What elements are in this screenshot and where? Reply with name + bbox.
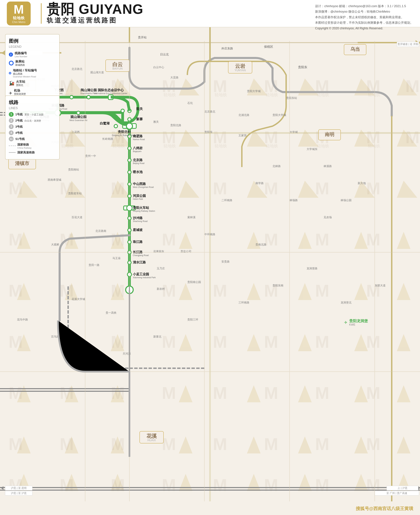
svg-text:M: M — [405, 128, 420, 147]
svg-text:贵阳东: 贵阳东 — [298, 65, 307, 69]
svg-text:林场路: 林场路 — [289, 199, 298, 202]
svg-text:小孟工业园: 小孟工业园 — [133, 272, 149, 276]
svg-text:百花大道: 百花大道 — [72, 216, 82, 219]
lines-title-en: LINES — [9, 106, 56, 110]
line-3-item: 3 3号线 — [9, 124, 56, 129]
svg-text:M: M — [162, 281, 176, 300]
svg-text:沙冲路: 沙冲路 — [133, 216, 143, 220]
svg-text:外庄东路: 外庄东路 — [221, 47, 233, 50]
svg-text:白鹭湖: 白鹭湖 — [100, 122, 110, 125]
line-s1-item: S1 S1号线 — [9, 137, 56, 141]
page-title: 贵阳 GUIYANG — [47, 2, 143, 16]
svg-text:贵阳大学城: 贵阳大学城 — [247, 90, 261, 92]
svg-marker-51 — [298, 232, 312, 249]
svg-text:北京路北: 北京路北 — [204, 110, 215, 113]
svg-marker-82 — [247, 436, 261, 454]
svg-text:HUAXI: HUAXI — [148, 439, 156, 442]
svg-text:沪昆 | 至 沪昆: 沪昆 | 至 沪昆 — [11, 492, 26, 495]
svg-text:贵阳南站: 贵阳南站 — [68, 168, 79, 171]
national-rail-item: 国家铁路 China Railway — [9, 143, 56, 149]
svg-text:M: M — [405, 77, 420, 96]
svg-text:Bageyam: Bageyam — [133, 150, 142, 153]
lines-title: 线路 — [9, 99, 56, 106]
svg-text:轻地铁: 轻地铁 — [265, 92, 278, 97]
legend-box: 图例 LEGEND 2 线路编号 Line Number 换乘站 林城西路 地铁… — [5, 34, 60, 103]
svg-text:花马中路: 花马中路 — [17, 318, 28, 321]
svg-text:M: M — [8, 383, 23, 402]
svg-point-198 — [121, 109, 124, 113]
svg-text:南明: 南明 — [325, 132, 334, 137]
svg-text:星城坡: 星城坡 — [133, 228, 143, 232]
svg-marker-74 — [247, 385, 261, 402]
svg-text:王家营: 王家营 — [239, 134, 247, 137]
page-subtitle: 轨道交通运营线路图 — [47, 16, 143, 25]
svg-text:贵开辅道 | 近 开阳: 贵开辅道 | 近 开阳 — [398, 43, 418, 46]
svg-text:轻地铁: 轻地铁 — [214, 92, 227, 97]
svg-text:贵阳北路: 贵阳北路 — [170, 124, 181, 127]
svg-text:贵阳东站: 贵阳东站 — [286, 97, 297, 99]
svg-text:珠江路: 珠江路 — [133, 240, 143, 244]
svg-text:观山湖大道: 观山湖大道 — [90, 71, 104, 74]
svg-text:上 | 沪昆: 上 | 沪昆 — [398, 486, 407, 489]
svg-text:M: M — [315, 332, 329, 351]
svg-text:M: M — [8, 281, 23, 300]
svg-text:M: M — [213, 383, 227, 402]
svg-text:白云: 白云 — [112, 61, 123, 67]
svg-text:贵开站: 贵开站 — [138, 36, 147, 39]
svg-text:贵田一路: 贵田一路 — [89, 263, 99, 266]
national-hsr-item: 国家高速铁路 — [9, 151, 56, 154]
svg-marker-293 — [1, 486, 3, 490]
svg-text:M: M — [264, 230, 278, 249]
svg-marker-81 — [179, 436, 192, 454]
svg-point-379 — [126, 123, 133, 129]
svg-text:安贵路: 安贵路 — [221, 260, 230, 263]
svg-text:乌当: 乌当 — [350, 46, 360, 52]
svg-text:西南希望城: 西南希望城 — [48, 178, 61, 181]
line-1-item: 1 1号线 贯官 - 小孟工业园 — [9, 112, 56, 117]
svg-marker-84 — [354, 436, 368, 454]
svg-text:沪昆 | 至 昆明: 沪昆 | 至 昆明 — [11, 486, 26, 489]
svg-text:M: M — [315, 435, 329, 454]
svg-text:West Zhongshan Road: West Zhongshan Road — [133, 186, 154, 188]
svg-text:M: M — [162, 383, 176, 402]
svg-text:大学城东: 大学城东 — [307, 148, 317, 151]
line-2-item: 2 2号线 白云北 - 龙洞堡 — [9, 118, 56, 123]
svg-text:八鸽岩: 八鸽岩 — [133, 146, 143, 150]
svg-text:✈: ✈ — [344, 320, 347, 325]
svg-text:Beijing Road: Beijing Road — [133, 162, 144, 164]
svg-point-202 — [114, 124, 118, 128]
svg-marker-68 — [354, 334, 368, 351]
svg-marker-66 — [247, 334, 261, 351]
svg-text:中山西路: 中山西路 — [133, 182, 146, 186]
svg-text:M: M — [162, 476, 176, 495]
svg-text:见农场: 见农场 — [324, 216, 332, 219]
svg-text:贵阳老车站: 贵阳老车站 — [68, 192, 82, 195]
svg-text:BAIYUN: BAIYUN — [112, 67, 123, 70]
svg-text:贵一高铁: 贵一高铁 — [105, 311, 117, 314]
svg-text:云岩: 云岩 — [235, 63, 245, 69]
svg-text:石坑: 石坑 — [187, 102, 193, 105]
svg-text:长岭南路: 长岭南路 — [102, 137, 113, 140]
svg-text:West Guanshan Rd: West Guanshan Rd — [69, 119, 87, 122]
svg-text:M: M — [264, 383, 278, 402]
svg-text:M: M — [264, 476, 278, 495]
svg-text:M: M — [366, 179, 380, 198]
svg-text:M: M — [264, 179, 278, 198]
svg-text:M: M — [162, 435, 176, 454]
svg-text:阳关: 阳关 — [136, 107, 143, 111]
svg-text:M: M — [60, 281, 74, 300]
svg-text:喷水池: 喷水池 — [133, 170, 143, 174]
svg-text:M: M — [111, 281, 125, 300]
legend-title: 图例 — [9, 38, 56, 44]
svg-text:M: M — [366, 383, 380, 402]
svg-marker-76 — [354, 385, 368, 402]
svg-text:M: M — [111, 383, 125, 402]
svg-text:轻地铁: 轻地铁 — [163, 92, 176, 97]
svg-text:北京路北: 北京路北 — [72, 68, 82, 70]
title-section: 贵阳 GUIYANG 轨道交通运营线路图 — [47, 2, 143, 25]
svg-text:M: M — [8, 230, 23, 249]
svg-text:YUNYAN: YUNYAN — [234, 69, 246, 72]
logo-m-letter: M — [14, 3, 24, 15]
svg-text:M: M — [8, 179, 23, 198]
header-divider — [41, 3, 42, 24]
